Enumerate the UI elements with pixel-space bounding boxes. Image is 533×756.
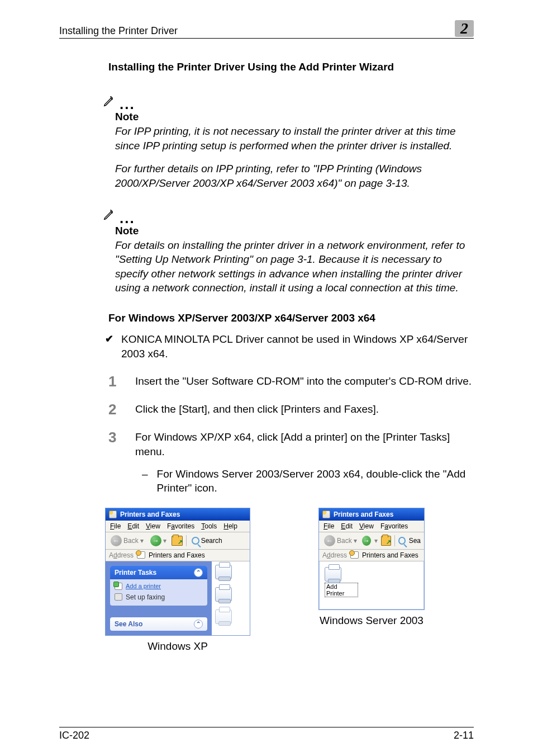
see-also-header[interactable]: See Also ⌃ (110, 617, 207, 631)
menu-help[interactable]: Help (223, 522, 237, 530)
printers-folder-icon (137, 551, 145, 559)
window-titlebar: Printers and Faxes (319, 508, 424, 521)
add-a-printer-link[interactable]: Add a printer (115, 583, 203, 590)
footer-page-number: 2-11 (454, 730, 474, 741)
content-pane: Add Printer (319, 561, 424, 609)
window-title: Printers and Faxes (120, 511, 180, 518)
menu-file[interactable]: File (323, 522, 334, 530)
back-arrow-icon: ← (324, 535, 335, 546)
menu-view[interactable]: View (359, 522, 374, 530)
see-also-label: See Also (115, 620, 142, 628)
page-footer: IC-202 2-11 (59, 727, 474, 741)
note-paragraph: For details on installing the printer dr… (115, 238, 474, 296)
back-button[interactable]: ← Back ▾ (322, 535, 359, 547)
checkmark-icon: ✔ (105, 332, 113, 361)
folder-up-icon[interactable] (172, 536, 183, 546)
printers-folder-icon (322, 511, 330, 518)
note-block: ... Note For IPP printing, it is not nec… (103, 92, 474, 191)
window-title: Printers and Faxes (334, 511, 393, 518)
forward-button[interactable]: → ▾ (149, 535, 168, 547)
step-number: 2 (108, 402, 123, 417)
screenshot-windows-xp: Printers and Faxes File Edit View Favori… (105, 508, 250, 636)
printer-tasks-header[interactable]: Printer Tasks ⌃ (110, 566, 207, 579)
content-pane (212, 561, 250, 635)
dash-icon: – (142, 467, 148, 495)
toolbar: ← Back ▾ → ▾ Search (106, 532, 250, 550)
search-button[interactable]: Search (190, 536, 224, 545)
toolbar-separator (186, 535, 187, 546)
step-item: 2 Click the [Start], and then click [Pri… (108, 402, 474, 417)
add-a-printer-label[interactable]: Add a printer (126, 583, 161, 589)
printer-icon[interactable] (215, 587, 232, 602)
collapse-button[interactable]: ⌃ (194, 620, 203, 629)
note-label: Note (115, 225, 474, 237)
add-printer-label: Add Printer (325, 583, 358, 597)
step-text: Insert the "User Software CD-ROM" into t… (135, 374, 472, 389)
ellipsis-icon: ... (120, 210, 135, 227)
note-paragraph: For further details on IPP printing, ref… (115, 162, 474, 190)
toolbar: ← Back ▾ → ▾ Sea (319, 532, 424, 550)
set-up-faxing-link[interactable]: Set up faxing (115, 593, 203, 601)
step-item: 3 For Windows XP/XP x64, click [Add a pr… (108, 430, 474, 495)
menu-favorites[interactable]: Favorites (167, 522, 194, 530)
printers-folder-icon (109, 511, 117, 518)
search-icon (192, 537, 199, 545)
set-up-faxing-label: Set up faxing (126, 593, 165, 601)
sub-bullet-text: For Windows Server 2003/Server 2003 x64,… (157, 467, 474, 495)
address-bar: Address Printers and Faxes (319, 550, 424, 561)
menu-file[interactable]: File (110, 522, 121, 530)
fax-icon (115, 593, 122, 601)
chevron-down-icon: ▾ (140, 537, 144, 545)
address-bar: Address Printers and Faxes (106, 550, 250, 561)
footer-model: IC-202 (59, 730, 89, 741)
chevron-down-icon: ▾ (374, 537, 378, 545)
address-label: Address (322, 551, 347, 559)
search-icon[interactable] (398, 537, 406, 545)
bullet-item: ✔ KONICA MINOLTA PCL Driver cannot be us… (105, 332, 474, 361)
note-paragraph: For IPP printing, it is not necessary to… (115, 124, 474, 153)
printer-icon[interactable] (215, 609, 232, 624)
step-item: 1 Insert the "User Software CD-ROM" into… (108, 374, 474, 389)
search-label: Search (201, 537, 222, 545)
add-printer-icon (115, 583, 122, 590)
pencil-note-icon (103, 95, 115, 107)
step-number: 1 (108, 374, 123, 389)
chevron-down-icon: ▾ (354, 537, 357, 545)
menu-bar: File Edit View Favorites Tools Help (106, 521, 250, 532)
tasks-pane: Printer Tasks ⌃ Add a printer (106, 561, 212, 635)
running-head: Installing the Printer Driver (59, 25, 178, 37)
page-header: Installing the Printer Driver 2 (59, 20, 474, 39)
address-value: Printers and Faxes (362, 551, 418, 559)
add-printer-icon (325, 567, 341, 582)
add-printer-item[interactable]: Add Printer (325, 567, 358, 597)
bullet-text: KONICA MINOLTA PCL Driver cannot be used… (121, 332, 474, 361)
menu-favorites[interactable]: Favorites (380, 522, 408, 530)
address-label: Address (109, 551, 134, 559)
subsection-heading: For Windows XP/Server 2003/XP x64/Server… (108, 312, 474, 324)
printer-tasks-label: Printer Tasks (115, 569, 156, 577)
note-label: Note (115, 111, 474, 123)
screenshot-windows-server-2003: Printers and Faxes File Edit View Favori… (318, 508, 425, 610)
pencil-note-icon (103, 209, 115, 221)
collapse-button[interactable]: ⌃ (194, 568, 203, 577)
menu-tools[interactable]: Tools (201, 522, 217, 530)
section-heading: Installing the Printer Driver Using the … (108, 61, 474, 73)
printer-icon[interactable] (215, 565, 232, 579)
menu-edit[interactable]: Edit (341, 522, 353, 530)
back-button[interactable]: ← Back ▾ (109, 535, 145, 547)
ellipsis-icon: ... (120, 96, 135, 113)
chevron-down-icon: ▾ (163, 537, 166, 545)
chapter-number-badge: 2 (455, 20, 474, 37)
address-value: Printers and Faxes (149, 551, 205, 559)
forward-arrow-icon: → (150, 535, 161, 546)
step-text: Click the [Start], and then click [Print… (135, 402, 379, 417)
screenshot-caption: Windows XP (147, 640, 208, 653)
menu-view[interactable]: View (146, 522, 160, 530)
folder-up-icon[interactable] (381, 536, 391, 546)
forward-arrow-icon[interactable]: → (362, 536, 371, 546)
screenshot-caption: Windows Server 2003 (320, 615, 423, 627)
step-number: 3 (108, 430, 123, 495)
toolbar-separator (394, 535, 395, 546)
menu-edit[interactable]: Edit (127, 522, 139, 530)
back-label: Back (337, 537, 352, 545)
